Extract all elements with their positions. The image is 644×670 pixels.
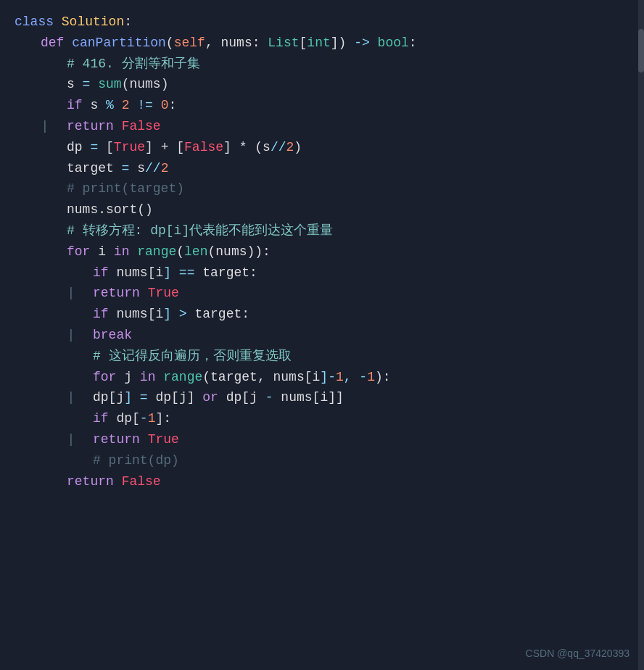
code-line: dp = [True] + [False] * (s//2) [15, 137, 629, 158]
token: [ [242, 387, 249, 408]
token: self [174, 33, 205, 54]
token: , - [344, 367, 367, 388]
token: # 转移方程: dp[i]代表能不能到达这个重量 [67, 220, 333, 241]
token: nums [215, 241, 247, 262]
token: for [67, 241, 98, 262]
token: : [124, 12, 132, 33]
token: List [268, 33, 299, 54]
token: return [67, 116, 122, 137]
pipe-char: | [67, 283, 75, 304]
token: in [140, 367, 163, 388]
code-line: target = s//2 [15, 158, 629, 179]
token: 2 [161, 158, 169, 179]
code-line: # 转移方程: dp[i]代表能不能到达这个重量 [15, 220, 629, 241]
token: = [114, 158, 137, 179]
token: nums [116, 304, 147, 325]
code-line: if s % 2 != 0: [15, 95, 629, 116]
token: nums [281, 387, 312, 408]
token: 0 [161, 95, 169, 116]
token: ): [375, 367, 391, 388]
token: len [184, 241, 207, 262]
token: ] == [163, 262, 202, 284]
token: Solution [62, 12, 124, 33]
token: - [140, 408, 148, 429]
token: False [122, 471, 161, 492]
watermark: CSDN @qq_37420393 [526, 645, 629, 661]
token: [ [148, 262, 156, 284]
token: j [116, 387, 124, 408]
token: ]] [328, 387, 344, 408]
token: return [93, 283, 148, 304]
token: range [163, 367, 202, 388]
token: , [205, 33, 221, 54]
token: False [184, 137, 223, 158]
code-line: # print(dp) [15, 450, 629, 471]
token: ) [339, 33, 355, 54]
token: break [93, 325, 132, 346]
code-lines: class Solution:def canPartition(self, nu… [15, 12, 629, 492]
code-line: if nums[i] > target: [15, 304, 629, 325]
scrollbar[interactable] [638, 0, 644, 670]
code-line: |return True [15, 283, 629, 304]
token: -> [354, 33, 370, 54]
token: dp [226, 387, 242, 408]
token: dp [155, 387, 171, 408]
token: // [145, 158, 161, 179]
token: ( [202, 367, 210, 388]
token: or [202, 387, 226, 408]
pipe-char: | [67, 387, 75, 408]
token: dp [116, 408, 132, 429]
token: [ [106, 137, 114, 158]
token: j [249, 387, 265, 408]
code-line: class Solution: [15, 12, 629, 33]
token: : [168, 95, 176, 116]
token: nums [129, 74, 160, 95]
token: 1 [367, 367, 375, 388]
token: class [15, 12, 62, 33]
token: True [148, 429, 179, 450]
token: dp [67, 137, 83, 158]
token: [ [300, 33, 307, 54]
token: # 这记得反向遍历，否则重复选取 [93, 346, 292, 367]
token: ) [294, 137, 302, 158]
token: ( [166, 33, 174, 54]
token: )): [247, 241, 271, 262]
token: False [122, 116, 161, 137]
token: dp [93, 387, 109, 408]
token: nums [67, 199, 98, 220]
token: target [67, 158, 114, 179]
token: return [67, 471, 122, 492]
token: % [98, 95, 121, 116]
token: [ [132, 408, 140, 429]
token: , [257, 367, 273, 388]
token: i [155, 262, 163, 284]
code-line: # 这记得反向遍历，否则重复选取 [15, 346, 629, 367]
token: # print(target) [67, 178, 184, 199]
token: s [263, 137, 271, 158]
code-line: s = sum(nums) [15, 74, 629, 95]
token: .sort() [98, 199, 153, 220]
token: ( [207, 241, 215, 262]
token: ] = [124, 387, 155, 408]
token: s [67, 74, 75, 95]
token: = [75, 74, 98, 95]
token: ] > [163, 304, 194, 325]
token: int [307, 33, 330, 54]
token: 2 [286, 137, 294, 158]
token: ) [161, 74, 169, 95]
token: nums [273, 367, 304, 388]
code-line: |break [15, 325, 629, 346]
token: ] [187, 387, 203, 408]
token: in [114, 241, 137, 262]
token: : [242, 304, 249, 325]
token: j [124, 367, 140, 388]
token: s [137, 158, 145, 179]
token: i [313, 367, 321, 388]
token: [ [313, 387, 321, 408]
scrollbar-thumb[interactable] [638, 29, 644, 73]
token: for [93, 367, 124, 388]
token: ( [122, 74, 130, 95]
token: 1 [148, 408, 156, 429]
token: bool [370, 33, 409, 54]
token: True [114, 137, 145, 158]
